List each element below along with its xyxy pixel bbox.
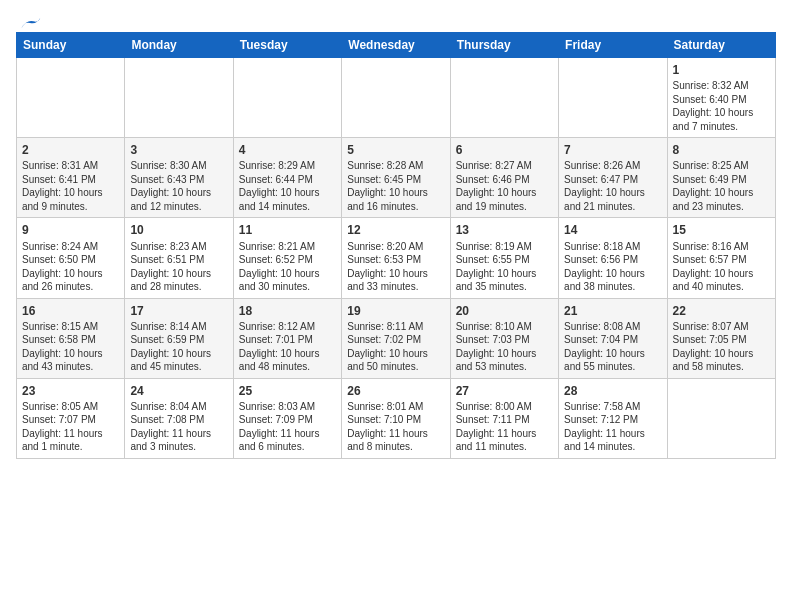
day-info: Sunrise: 8:24 AM Sunset: 6:50 PM Dayligh… bbox=[22, 240, 119, 294]
week-row-3: 9Sunrise: 8:24 AM Sunset: 6:50 PM Daylig… bbox=[17, 218, 776, 298]
calendar-cell: 6Sunrise: 8:27 AM Sunset: 6:46 PM Daylig… bbox=[450, 138, 558, 218]
day-number: 9 bbox=[22, 222, 119, 238]
calendar: SundayMondayTuesdayWednesdayThursdayFrid… bbox=[16, 32, 776, 459]
day-number: 15 bbox=[673, 222, 770, 238]
day-number: 4 bbox=[239, 142, 336, 158]
calendar-cell bbox=[559, 58, 667, 138]
day-number: 16 bbox=[22, 303, 119, 319]
day-number: 25 bbox=[239, 383, 336, 399]
calendar-cell: 26Sunrise: 8:01 AM Sunset: 7:10 PM Dayli… bbox=[342, 378, 450, 458]
header bbox=[16, 16, 776, 26]
day-info: Sunrise: 8:27 AM Sunset: 6:46 PM Dayligh… bbox=[456, 159, 553, 213]
day-info: Sunrise: 8:04 AM Sunset: 7:08 PM Dayligh… bbox=[130, 400, 227, 454]
calendar-cell: 27Sunrise: 8:00 AM Sunset: 7:11 PM Dayli… bbox=[450, 378, 558, 458]
day-number: 21 bbox=[564, 303, 661, 319]
day-number: 13 bbox=[456, 222, 553, 238]
calendar-cell: 8Sunrise: 8:25 AM Sunset: 6:49 PM Daylig… bbox=[667, 138, 775, 218]
day-info: Sunrise: 8:21 AM Sunset: 6:52 PM Dayligh… bbox=[239, 240, 336, 294]
day-number: 17 bbox=[130, 303, 227, 319]
calendar-cell: 17Sunrise: 8:14 AM Sunset: 6:59 PM Dayli… bbox=[125, 298, 233, 378]
calendar-cell: 11Sunrise: 8:21 AM Sunset: 6:52 PM Dayli… bbox=[233, 218, 341, 298]
day-info: Sunrise: 8:03 AM Sunset: 7:09 PM Dayligh… bbox=[239, 400, 336, 454]
calendar-cell: 15Sunrise: 8:16 AM Sunset: 6:57 PM Dayli… bbox=[667, 218, 775, 298]
logo bbox=[16, 16, 42, 26]
calendar-cell: 1Sunrise: 8:32 AM Sunset: 6:40 PM Daylig… bbox=[667, 58, 775, 138]
calendar-cell bbox=[17, 58, 125, 138]
day-info: Sunrise: 8:25 AM Sunset: 6:49 PM Dayligh… bbox=[673, 159, 770, 213]
col-header-monday: Monday bbox=[125, 33, 233, 58]
calendar-cell: 2Sunrise: 8:31 AM Sunset: 6:41 PM Daylig… bbox=[17, 138, 125, 218]
day-number: 1 bbox=[673, 62, 770, 78]
calendar-header-row: SundayMondayTuesdayWednesdayThursdayFrid… bbox=[17, 33, 776, 58]
day-info: Sunrise: 8:29 AM Sunset: 6:44 PM Dayligh… bbox=[239, 159, 336, 213]
col-header-tuesday: Tuesday bbox=[233, 33, 341, 58]
calendar-cell: 12Sunrise: 8:20 AM Sunset: 6:53 PM Dayli… bbox=[342, 218, 450, 298]
calendar-cell: 14Sunrise: 8:18 AM Sunset: 6:56 PM Dayli… bbox=[559, 218, 667, 298]
day-info: Sunrise: 8:30 AM Sunset: 6:43 PM Dayligh… bbox=[130, 159, 227, 213]
calendar-cell: 25Sunrise: 8:03 AM Sunset: 7:09 PM Dayli… bbox=[233, 378, 341, 458]
day-info: Sunrise: 8:05 AM Sunset: 7:07 PM Dayligh… bbox=[22, 400, 119, 454]
calendar-cell bbox=[233, 58, 341, 138]
col-header-wednesday: Wednesday bbox=[342, 33, 450, 58]
calendar-cell: 3Sunrise: 8:30 AM Sunset: 6:43 PM Daylig… bbox=[125, 138, 233, 218]
day-number: 14 bbox=[564, 222, 661, 238]
day-number: 7 bbox=[564, 142, 661, 158]
day-number: 23 bbox=[22, 383, 119, 399]
day-number: 24 bbox=[130, 383, 227, 399]
day-info: Sunrise: 8:18 AM Sunset: 6:56 PM Dayligh… bbox=[564, 240, 661, 294]
col-header-friday: Friday bbox=[559, 33, 667, 58]
logo-bird-icon bbox=[18, 16, 42, 30]
day-number: 3 bbox=[130, 142, 227, 158]
day-number: 20 bbox=[456, 303, 553, 319]
day-number: 12 bbox=[347, 222, 444, 238]
calendar-cell: 23Sunrise: 8:05 AM Sunset: 7:07 PM Dayli… bbox=[17, 378, 125, 458]
day-info: Sunrise: 8:19 AM Sunset: 6:55 PM Dayligh… bbox=[456, 240, 553, 294]
day-number: 6 bbox=[456, 142, 553, 158]
day-number: 5 bbox=[347, 142, 444, 158]
calendar-cell: 13Sunrise: 8:19 AM Sunset: 6:55 PM Dayli… bbox=[450, 218, 558, 298]
day-info: Sunrise: 8:00 AM Sunset: 7:11 PM Dayligh… bbox=[456, 400, 553, 454]
calendar-cell: 19Sunrise: 8:11 AM Sunset: 7:02 PM Dayli… bbox=[342, 298, 450, 378]
day-number: 10 bbox=[130, 222, 227, 238]
week-row-4: 16Sunrise: 8:15 AM Sunset: 6:58 PM Dayli… bbox=[17, 298, 776, 378]
day-info: Sunrise: 8:14 AM Sunset: 6:59 PM Dayligh… bbox=[130, 320, 227, 374]
day-number: 18 bbox=[239, 303, 336, 319]
week-row-5: 23Sunrise: 8:05 AM Sunset: 7:07 PM Dayli… bbox=[17, 378, 776, 458]
day-number: 27 bbox=[456, 383, 553, 399]
day-info: Sunrise: 8:15 AM Sunset: 6:58 PM Dayligh… bbox=[22, 320, 119, 374]
calendar-cell: 16Sunrise: 8:15 AM Sunset: 6:58 PM Dayli… bbox=[17, 298, 125, 378]
calendar-cell bbox=[450, 58, 558, 138]
col-header-saturday: Saturday bbox=[667, 33, 775, 58]
calendar-cell: 22Sunrise: 8:07 AM Sunset: 7:05 PM Dayli… bbox=[667, 298, 775, 378]
day-info: Sunrise: 8:10 AM Sunset: 7:03 PM Dayligh… bbox=[456, 320, 553, 374]
day-info: Sunrise: 8:11 AM Sunset: 7:02 PM Dayligh… bbox=[347, 320, 444, 374]
calendar-cell bbox=[125, 58, 233, 138]
day-number: 2 bbox=[22, 142, 119, 158]
calendar-cell: 18Sunrise: 8:12 AM Sunset: 7:01 PM Dayli… bbox=[233, 298, 341, 378]
day-number: 26 bbox=[347, 383, 444, 399]
calendar-cell: 5Sunrise: 8:28 AM Sunset: 6:45 PM Daylig… bbox=[342, 138, 450, 218]
day-number: 28 bbox=[564, 383, 661, 399]
day-info: Sunrise: 8:31 AM Sunset: 6:41 PM Dayligh… bbox=[22, 159, 119, 213]
calendar-cell bbox=[667, 378, 775, 458]
calendar-cell: 21Sunrise: 8:08 AM Sunset: 7:04 PM Dayli… bbox=[559, 298, 667, 378]
day-info: Sunrise: 8:28 AM Sunset: 6:45 PM Dayligh… bbox=[347, 159, 444, 213]
week-row-2: 2Sunrise: 8:31 AM Sunset: 6:41 PM Daylig… bbox=[17, 138, 776, 218]
calendar-cell bbox=[342, 58, 450, 138]
day-info: Sunrise: 8:07 AM Sunset: 7:05 PM Dayligh… bbox=[673, 320, 770, 374]
calendar-cell: 10Sunrise: 8:23 AM Sunset: 6:51 PM Dayli… bbox=[125, 218, 233, 298]
day-info: Sunrise: 8:32 AM Sunset: 6:40 PM Dayligh… bbox=[673, 79, 770, 133]
day-number: 22 bbox=[673, 303, 770, 319]
col-header-sunday: Sunday bbox=[17, 33, 125, 58]
calendar-cell: 24Sunrise: 8:04 AM Sunset: 7:08 PM Dayli… bbox=[125, 378, 233, 458]
calendar-cell: 7Sunrise: 8:26 AM Sunset: 6:47 PM Daylig… bbox=[559, 138, 667, 218]
day-info: Sunrise: 8:12 AM Sunset: 7:01 PM Dayligh… bbox=[239, 320, 336, 374]
calendar-cell: 28Sunrise: 7:58 AM Sunset: 7:12 PM Dayli… bbox=[559, 378, 667, 458]
day-number: 19 bbox=[347, 303, 444, 319]
calendar-cell: 9Sunrise: 8:24 AM Sunset: 6:50 PM Daylig… bbox=[17, 218, 125, 298]
col-header-thursday: Thursday bbox=[450, 33, 558, 58]
calendar-cell: 20Sunrise: 8:10 AM Sunset: 7:03 PM Dayli… bbox=[450, 298, 558, 378]
day-info: Sunrise: 8:01 AM Sunset: 7:10 PM Dayligh… bbox=[347, 400, 444, 454]
day-number: 11 bbox=[239, 222, 336, 238]
day-info: Sunrise: 8:08 AM Sunset: 7:04 PM Dayligh… bbox=[564, 320, 661, 374]
